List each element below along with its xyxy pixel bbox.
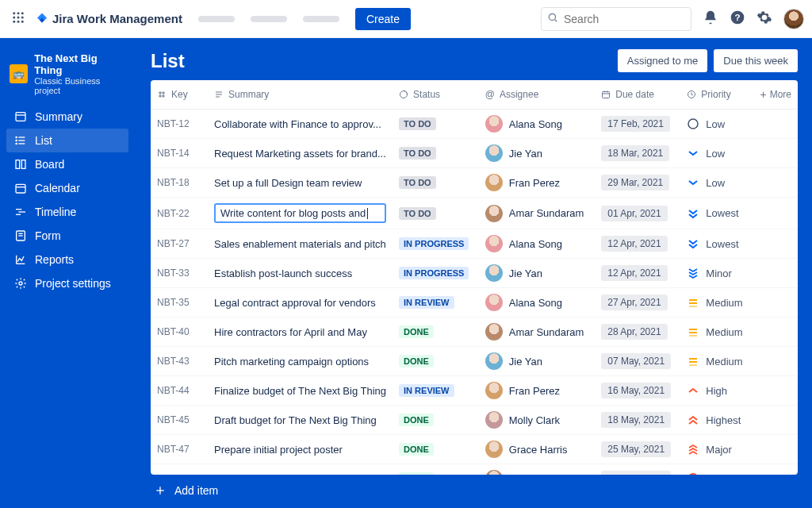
cell-due[interactable]: 01 Apr, 2021 (595, 198, 680, 229)
cell-summary[interactable]: Prepare initial project poster (208, 435, 393, 464)
settings-icon[interactable] (756, 10, 772, 29)
cell-key[interactable]: NBT-40 (151, 318, 208, 347)
cell-priority[interactable]: High (680, 376, 752, 406)
col-status[interactable]: Status (393, 80, 479, 110)
add-item-button[interactable]: Add item (151, 475, 798, 500)
cell-status[interactable]: DONE (393, 347, 479, 376)
cell-key[interactable]: NBT-14 (151, 139, 208, 168)
cell-key[interactable]: NBT-18 (151, 168, 208, 198)
col-priority[interactable]: Priority (680, 80, 752, 110)
cell-due[interactable]: 28 Apr, 2021 (595, 318, 680, 347)
cell-key[interactable]: NBT-35 (151, 288, 208, 318)
cell-status[interactable]: TO DO (393, 139, 479, 168)
cell-status[interactable]: IN PROGRESS (393, 229, 479, 259)
sidebar-item-reports[interactable]: Reports (6, 248, 128, 271)
table-row[interactable]: NBT-22Write content for blog posts andTO… (151, 198, 798, 229)
project-header[interactable]: 🚌 The Next Big Thing Classic Business pr… (6, 52, 128, 105)
help-icon[interactable]: ? (730, 10, 745, 29)
cell-priority[interactable]: Medium (680, 288, 752, 318)
cell-key[interactable]: NBT-43 (151, 347, 208, 376)
cell-summary[interactable]: Sales enablement materials and pitch (208, 229, 393, 259)
search-input[interactable] (541, 7, 691, 31)
table-row[interactable]: NBT-27Sales enablement materials and pit… (151, 229, 798, 259)
cell-key[interactable]: NBT-45 (151, 406, 208, 435)
col-more[interactable]: +More (752, 80, 798, 110)
profile-avatar[interactable] (783, 9, 804, 29)
cell-key[interactable]: NBT-44 (151, 376, 208, 406)
cell-priority[interactable]: Lowest (680, 198, 752, 229)
cell-assignee[interactable]: Amar Sundaram (479, 318, 595, 347)
col-due[interactable]: Due date (595, 80, 680, 110)
cell-status[interactable]: TO DO (393, 198, 479, 229)
cell-assignee[interactable]: Jie Yan (479, 139, 595, 168)
sidebar-item-calendar[interactable]: Calendar (6, 176, 128, 200)
cell-key[interactable]: NBT-47 (151, 435, 208, 464)
cell-summary[interactable]: Legal contract approval for vendors (208, 288, 393, 318)
cell-assignee[interactable]: Fran Perez (479, 168, 595, 198)
cell-due[interactable]: 16 May, 2021 (595, 376, 680, 406)
col-summary[interactable]: Summary (208, 80, 393, 110)
cell-summary[interactable]: Establish post-launch success (208, 259, 393, 288)
col-assignee[interactable]: @Assignee (479, 80, 595, 110)
cell-status[interactable]: IN PROGRESS (393, 259, 479, 288)
table-row[interactable]: NBT-45Draft budget for The Next Big Thin… (151, 406, 798, 435)
table-row[interactable]: NBT-14Request Marketing assets for brand… (151, 139, 798, 168)
cell-assignee[interactable]: Fran Perez (479, 376, 595, 406)
sidebar-item-summary[interactable]: Summary (6, 105, 128, 129)
table-row[interactable]: NBT-35Legal contract approval for vendor… (151, 288, 798, 318)
app-switcher-icon[interactable] (8, 7, 29, 31)
cell-status[interactable]: IN REVIEW (393, 376, 479, 406)
table-row[interactable]: NBT-18Set up a full Design team reviewTO… (151, 168, 798, 198)
cell-assignee[interactable]: Molly Clark (479, 406, 595, 435)
cell-assignee[interactable]: Jie Yan (479, 259, 595, 288)
cell-priority[interactable]: Highest (680, 406, 752, 435)
cell-summary[interactable]: Finalize budget of The Next Big Thing (208, 376, 393, 406)
cell-assignee[interactable]: Alana Song (479, 110, 595, 139)
cell-due[interactable]: 25 May, 2021 (595, 435, 680, 464)
cell-priority[interactable]: Medium (680, 347, 752, 376)
sidebar-item-board[interactable]: Board (6, 152, 128, 176)
cell-assignee[interactable]: Jie Yan (479, 347, 595, 376)
cell-key[interactable]: NBT-12 (151, 110, 208, 139)
cell-key[interactable]: NBT-49 (151, 464, 208, 475)
cell-due[interactable]: 27 Apr, 2021 (595, 288, 680, 318)
cell-summary[interactable]: Draft budget for The Next Big Thing (208, 406, 393, 435)
cell-status[interactable]: DONE (393, 435, 479, 464)
cell-status[interactable]: TO DO (393, 110, 479, 139)
cell-due[interactable]: 30 May, 2021 (595, 464, 680, 475)
table-row[interactable]: NBT-40Hire contractors for April and May… (151, 318, 798, 347)
cell-priority[interactable]: Low (680, 139, 752, 168)
cell-assignee[interactable]: Alana Song (479, 288, 595, 318)
table-row[interactable]: NBT-12Collaborate with Finance to approv… (151, 110, 798, 139)
cell-assignee[interactable]: Andres Ramos (479, 464, 595, 475)
table-row[interactable]: NBT-49Wireframe user journeyDONEAndres R… (151, 464, 798, 475)
table-row[interactable]: NBT-33Establish post-launch successIN PR… (151, 259, 798, 288)
cell-due[interactable]: 12 Apr, 2021 (595, 229, 680, 259)
cell-priority[interactable]: Low (680, 110, 752, 139)
sidebar-item-settings[interactable]: Project settings (6, 271, 128, 295)
cell-summary[interactable]: Hire contractors for April and May (208, 318, 393, 347)
cell-summary[interactable]: Wireframe user journey (208, 464, 393, 475)
sidebar-item-form[interactable]: Form (6, 224, 128, 248)
table-row[interactable]: NBT-47Prepare initial project posterDONE… (151, 435, 798, 464)
cell-due[interactable]: 12 Apr, 2021 (595, 259, 680, 288)
cell-summary[interactable]: Request Marketing assets for brand... (208, 139, 393, 168)
cell-key[interactable]: NBT-27 (151, 229, 208, 259)
cell-summary[interactable]: Set up a full Design team review (208, 168, 393, 198)
filter-due-this-week[interactable]: Due this week (714, 49, 798, 72)
cell-summary[interactable]: Collaborate with Finance to approv... (208, 110, 393, 139)
cell-assignee[interactable]: Amar Sundaram (479, 198, 595, 229)
cell-status[interactable]: TO DO (393, 168, 479, 198)
cell-priority[interactable]: Lowest (680, 229, 752, 259)
table-row[interactable]: NBT-43Pitch marketing campaign optionsDO… (151, 347, 798, 376)
cell-summary[interactable]: Pitch marketing campaign options (208, 347, 393, 376)
cell-priority[interactable]: Blocker (680, 464, 752, 475)
notifications-icon[interactable] (703, 10, 718, 29)
cell-key[interactable]: NBT-33 (151, 259, 208, 288)
filter-assigned-to-me[interactable]: Assigned to me (618, 49, 708, 72)
cell-due[interactable]: 18 Mar, 2021 (595, 139, 680, 168)
cell-priority[interactable]: Medium (680, 318, 752, 347)
sidebar-item-timeline[interactable]: Timeline (6, 200, 128, 224)
cell-summary[interactable]: Write content for blog posts and (208, 198, 393, 229)
cell-key[interactable]: NBT-22 (151, 198, 208, 229)
